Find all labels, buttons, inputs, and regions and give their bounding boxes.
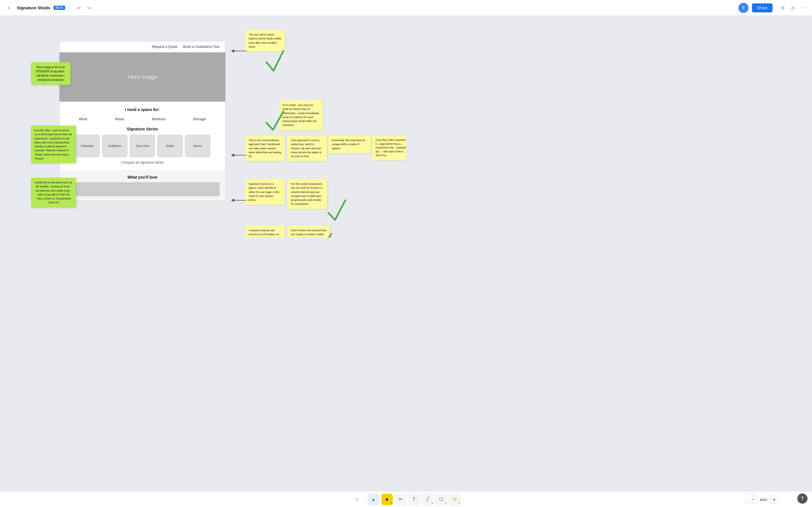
app-title: Signature Sheds: [17, 5, 50, 10]
annotation-8-text: I assume features are common to all mode…: [249, 229, 279, 238]
space-work[interactable]: Work: [77, 116, 90, 122]
space-section: I need a space for: Work Relax Workout S…: [59, 102, 225, 170]
space-heading: I need a space for:: [65, 107, 220, 112]
compare-link[interactable]: Compare all signature series: [65, 161, 220, 165]
annotation-note-4: One approach is once a space (e.g. work)…: [288, 135, 327, 161]
annotation-note-3: This is the conversational approach that…: [245, 135, 285, 161]
sticky-filter-note[interactable]: love this idea - and crucial for us to f…: [31, 126, 76, 163]
series-greyowl[interactable]: Grey Owl: [130, 135, 155, 157]
checkmark-3: [327, 199, 347, 224]
annotation-6-text: Signature Series at a glance, each will …: [249, 182, 280, 202]
annotation-5-text: Eventually, this lead them to a page wit…: [332, 138, 365, 150]
space-relax[interactable]: Relax: [113, 116, 126, 122]
series-goldfinch[interactable]: Goldfinch: [102, 135, 128, 157]
nav-tour[interactable]: Book a Contactless Tour: [183, 45, 220, 49]
space-options: Work Relax Workout Storage: [65, 116, 220, 122]
sticky-3d-text: would like to see these each as 3D model…: [35, 181, 72, 204]
annotation-far-text: Once they select experience, we li... pa…: [375, 138, 406, 157]
series-chikadee[interactable]: Chikadee: [74, 135, 100, 157]
arrow-note1: [231, 47, 248, 55]
annotation-note-2: If it's easier - you may not need an int…: [279, 100, 323, 130]
canvas[interactable]: Request a Quote Book a Contactless Tour …: [0, 16, 406, 238]
sticky-hero-text: Hero image to be of an INTERIOR of sig s…: [36, 66, 65, 81]
sig-series-heading: Signature Series: [65, 127, 220, 131]
redo-button[interactable]: ↪: [85, 3, 94, 12]
mockup-nav: Request a Quote Book a Contactless Tour: [59, 41, 225, 52]
sticky-3d-note[interactable]: would like to see these each as 3D model…: [31, 178, 76, 208]
checkmark-4: [310, 233, 333, 238]
undo-redo-group: ↩ ↪: [74, 3, 94, 12]
back-button[interactable]: ‹: [4, 3, 13, 12]
annotation-note-far: Once they select experience, we li... pa…: [372, 135, 406, 160]
annotation-3-text: This is the conversational approach that…: [249, 138, 281, 158]
annotation-note-8: I assume features are common to all mode…: [245, 226, 285, 238]
annotation-note-5: Eventually, this lead them to a page wit…: [328, 135, 371, 153]
hero-label: Hero Image: [128, 74, 157, 80]
webpage-mockup: Request a Quote Book a Contactless Tour …: [59, 41, 225, 201]
arrow-note3: [231, 151, 248, 159]
annotation-2-text: If it's easier - you may not need an int…: [283, 103, 319, 126]
whiteboard: Request a Quote Book a Contactless Tour …: [28, 24, 366, 238]
love-image-placeholder: [65, 182, 220, 196]
sticky-filter-text: love this idea - and crucial for us to f…: [35, 129, 71, 160]
top-toolbar: ‹ Signature Sheds BETA ↩ ↪ T Share ⊡ ◷ ⋯: [0, 0, 406, 16]
series-cards: Chikadee Goldfinch Grey Owl Robin Heron: [65, 135, 220, 157]
whats-love-section: What you'll love: [59, 170, 225, 201]
space-storage[interactable]: Storage: [191, 116, 208, 122]
whats-love-heading: What you'll love: [65, 175, 220, 179]
series-robin[interactable]: Robin: [157, 135, 183, 157]
series-heron[interactable]: Heron: [185, 135, 210, 157]
checkmark-1: [265, 48, 285, 76]
sticky-hero-note[interactable]: Hero image to be of an INTERIOR of sig s…: [31, 62, 70, 85]
arrow-note6: [231, 196, 248, 205]
annotation-7-text: For the model comparison. We can look fo…: [291, 182, 323, 205]
undo-button[interactable]: ↩: [74, 3, 84, 12]
annotation-1-text: This two call to action buttons will be …: [249, 33, 282, 48]
annotation-4-text: One approach is once a space (e.g. work)…: [291, 138, 321, 158]
checkmark-2: [265, 110, 285, 133]
hero-section: Hero Image: [59, 52, 225, 102]
space-workout[interactable]: Workout: [150, 116, 168, 122]
nav-quote[interactable]: Request a Quote: [152, 45, 177, 49]
annotation-note-7: For the model comparison. We can look fo…: [288, 179, 327, 209]
beta-badge: BETA: [54, 6, 65, 10]
annotation-note-6: Signature Series at a glance, each will …: [245, 179, 285, 205]
